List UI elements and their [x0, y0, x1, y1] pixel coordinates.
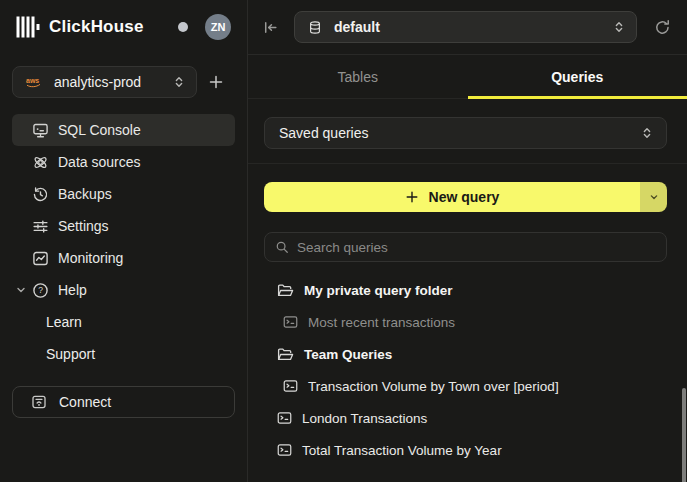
tab-tables[interactable]: Tables [248, 55, 468, 98]
sidebar-item-monitoring[interactable]: Monitoring [12, 242, 235, 274]
avatar[interactable]: ZN [205, 14, 231, 40]
sidebar-item-label: Backups [58, 186, 112, 202]
connect-button-label: Connect [59, 394, 111, 410]
new-query-dropdown[interactable] [640, 182, 667, 212]
brand-row: ClickHouse ZN [0, 0, 247, 40]
folder-open-icon [277, 283, 294, 298]
query-terminal-icon [277, 443, 292, 457]
query-label: Transaction Volume by Town over [period] [308, 379, 559, 394]
query-folder-label: Team Queries [304, 347, 392, 362]
brand-title: ClickHouse [49, 17, 144, 37]
collapse-panel-icon[interactable] [262, 19, 279, 36]
sidebar-item-settings[interactable]: Settings [12, 210, 235, 242]
sidebar-item-data-sources[interactable]: Data sources [12, 146, 235, 178]
database-selector[interactable]: default [294, 11, 637, 43]
sidebar-item-label: Help [58, 282, 87, 298]
connect-button[interactable]: Connect [12, 386, 235, 418]
status-dot [178, 22, 188, 32]
sidebar-item-learn[interactable]: Learn [0, 306, 247, 338]
query-tree: My private query folder Most recent tran… [264, 274, 667, 466]
org-row: aws analytics-prod [12, 66, 235, 98]
search-input[interactable] [297, 240, 656, 255]
query-list-section: New query [248, 164, 687, 466]
chevron-updown-icon [640, 126, 654, 140]
sidebar-item-label: Settings [58, 218, 109, 234]
saved-queries-selector[interactable]: Saved queries [264, 117, 667, 149]
scrollbar-thumb[interactable] [682, 388, 686, 482]
sidebar: ClickHouse ZN aws analytics-prod [0, 0, 248, 482]
org-selector-value: analytics-prod [54, 74, 162, 90]
connect-icon [31, 394, 47, 410]
query-row[interactable]: Transaction Volume by Town over [period] [264, 370, 667, 402]
query-row[interactable]: London Transactions [264, 402, 667, 434]
chevron-down-icon [648, 191, 660, 203]
sidebar-item-label: Monitoring [58, 250, 123, 266]
query-terminal-icon [283, 315, 298, 329]
sidebar-item-label: SQL Console [58, 122, 141, 138]
svg-text:?: ? [38, 285, 43, 295]
database-icon [308, 20, 322, 35]
refresh-icon[interactable] [654, 19, 671, 36]
folder-open-icon [277, 347, 294, 362]
sidebar-item-sql-console[interactable]: SQL Console [12, 114, 235, 146]
help-icon: ? [32, 282, 49, 299]
query-folder-row[interactable]: Team Queries [264, 338, 667, 370]
clickhouse-logo-icon [16, 15, 40, 39]
query-row[interactable]: Total Transaction Volume by Year [264, 434, 667, 466]
sidebar-item-backups[interactable]: Backups [12, 178, 235, 210]
query-row[interactable]: Most recent transactions [264, 306, 667, 338]
tab-queries[interactable]: Queries [468, 55, 687, 98]
query-label: London Transactions [302, 411, 427, 426]
aws-icon: aws [25, 76, 42, 89]
plus-icon [405, 190, 419, 204]
chevron-down-icon[interactable] [16, 285, 26, 295]
database-selector-value: default [334, 19, 612, 35]
backups-icon [32, 186, 49, 203]
query-terminal-icon [277, 411, 292, 425]
query-folder-label: My private query folder [304, 283, 453, 298]
settings-sliders-icon [32, 218, 49, 235]
query-folder-row[interactable]: My private query folder [264, 274, 667, 306]
panel-toolbar: default [248, 0, 687, 55]
queries-panel: default Tables Queries Saved queries [248, 0, 687, 482]
query-terminal-icon [283, 379, 298, 393]
org-selector[interactable]: aws analytics-prod [12, 66, 197, 98]
sidebar-spacer [0, 370, 247, 386]
monitoring-icon [32, 250, 49, 267]
sidebar-item-help[interactable]: ? Help [12, 274, 235, 306]
sidebar-item-support[interactable]: Support [0, 338, 247, 370]
chevron-updown-icon [172, 75, 186, 89]
console-icon [32, 122, 49, 139]
new-query-button[interactable]: New query [264, 182, 667, 212]
add-service-button[interactable] [197, 66, 235, 98]
svg-text:aws: aws [26, 77, 39, 84]
saved-queries-section: Saved queries [248, 99, 687, 163]
data-sources-icon [32, 154, 49, 171]
new-query-label: New query [429, 189, 500, 205]
query-label: Total Transaction Volume by Year [302, 443, 502, 458]
sidebar-nav: SQL Console Data sources Backups [0, 114, 247, 370]
saved-queries-selector-value: Saved queries [279, 125, 640, 141]
tab-bar: Tables Queries [248, 55, 687, 99]
new-query-main[interactable]: New query [264, 182, 640, 212]
query-label: Most recent transactions [308, 315, 455, 330]
search-box [264, 232, 667, 262]
search-icon [275, 240, 289, 254]
chevron-updown-icon [612, 20, 626, 34]
sidebar-item-label: Data sources [58, 154, 140, 170]
